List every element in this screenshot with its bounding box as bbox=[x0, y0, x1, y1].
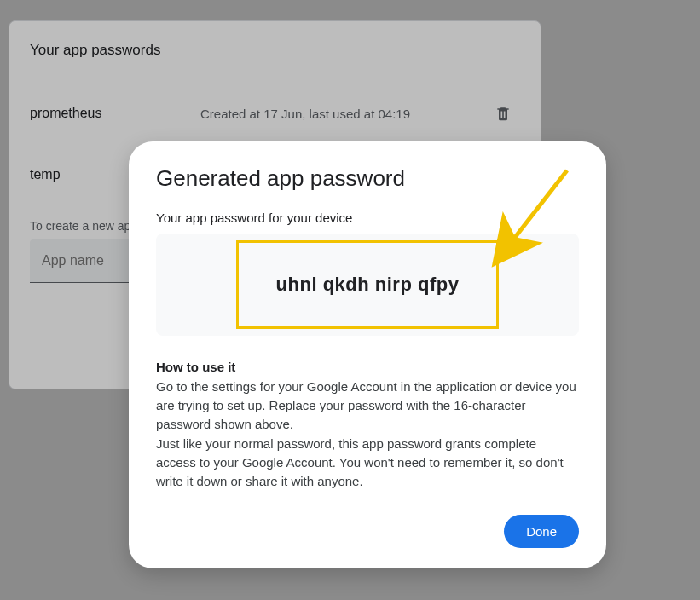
done-button[interactable]: Done bbox=[504, 515, 579, 548]
howto-title: How to use it bbox=[156, 360, 579, 374]
generated-password-dialog: Generated app password Your app password… bbox=[129, 141, 606, 568]
dialog-actions: Done bbox=[156, 515, 579, 548]
generated-password-text[interactable]: uhnl qkdh nirp qfpy bbox=[276, 274, 460, 296]
password-highlight-box: uhnl qkdh nirp qfpy bbox=[236, 240, 500, 329]
howto-paragraph: Just like your normal password, this app… bbox=[156, 435, 579, 490]
howto-paragraph: Go to the settings for your Google Accou… bbox=[156, 378, 579, 433]
password-display: uhnl qkdh nirp qfpy bbox=[156, 234, 579, 336]
dialog-subtitle: Your app password for your device bbox=[156, 211, 579, 225]
dialog-title: Generated app password bbox=[156, 165, 579, 192]
